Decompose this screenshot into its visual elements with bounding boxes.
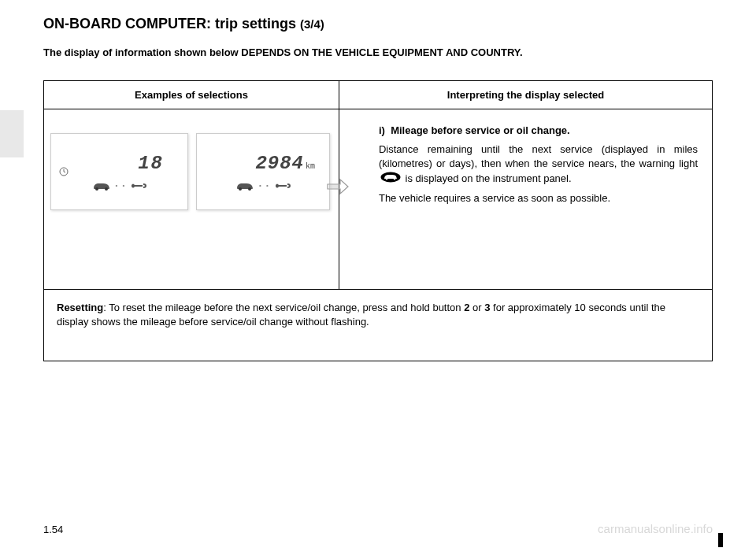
interpret-heading: i) Mileage before service or oil change. [379, 124, 698, 138]
reset-text-b: or [469, 302, 484, 313]
lcd-display-2: 2984km • • [196, 133, 330, 210]
watermark: carmanualsonline.info [598, 522, 713, 535]
lcd2-icons: • • [235, 180, 291, 191]
examples-cell: 18 • • [44, 109, 339, 290]
lcd-display-1: 18 • • [50, 133, 188, 210]
wrench-icon [275, 182, 291, 190]
depends-note: The display of information shown below D… [43, 46, 713, 58]
reset-label: Resetting [57, 302, 103, 313]
interpret-cell: i) Mileage before service or oil change.… [339, 109, 712, 290]
wrench-icon [131, 182, 146, 190]
reset-row: Resetting: To reset the mileage before t… [44, 290, 713, 361]
svg-point-1 [95, 187, 98, 191]
item-title: Mileage before service or oil change. [391, 124, 570, 136]
chapter-tab [0, 110, 24, 157]
svg-point-2 [105, 187, 108, 191]
lcd1-icons: • • [92, 180, 147, 191]
page-corner-marker [718, 533, 723, 547]
car-icon [92, 180, 111, 191]
title-main: ON-BOARD COMPUTER: trip settings [43, 16, 296, 31]
item-id: i) [379, 124, 385, 136]
reset-cell: Resetting: To reset the mileage before t… [44, 290, 713, 361]
svg-point-6 [386, 177, 388, 180]
title-sub: (3/4) [300, 17, 324, 31]
para1-b: is displayed on the instrument panel. [406, 172, 572, 184]
car-badge-icon [380, 172, 401, 187]
reset-text-a: : To reset the mileage before the next s… [103, 302, 464, 313]
interpret-para1: Distance remaining until the next servic… [379, 143, 698, 187]
lcd2-unit: km [306, 162, 315, 171]
para1-a: Distance remaining until the next servic… [379, 143, 698, 169]
lcd1-value: 18 [51, 153, 187, 174]
dots-icon: • • [259, 182, 270, 189]
header-interpret: Interpreting the display selected [339, 81, 712, 109]
page-number: 1.54 [43, 524, 63, 535]
svg-point-7 [394, 177, 396, 180]
interpret-para2: The vehicle requires a service as soon a… [379, 191, 698, 205]
lcd2-value: 2984 [255, 153, 304, 174]
svg-point-3 [239, 187, 242, 191]
trip-settings-table: Examples of selections Interpreting the … [43, 80, 713, 361]
header-examples: Examples of selections [44, 81, 339, 109]
clock-icon [59, 165, 69, 180]
svg-point-4 [248, 187, 251, 191]
lcd2-value-wrap: 2984km [197, 153, 329, 174]
dots-icon: • • [116, 182, 127, 189]
arrow-right-icon [326, 178, 350, 198]
car-icon [235, 180, 254, 191]
page-title: ON-BOARD COMPUTER: trip settings (3/4) [43, 16, 713, 32]
